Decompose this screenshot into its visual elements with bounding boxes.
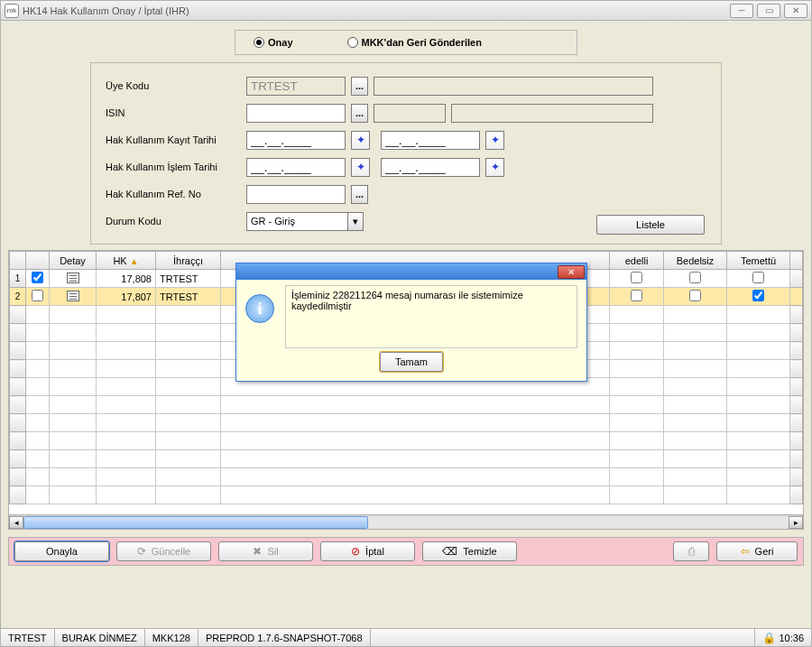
col-temettu[interactable]: Temettü [727,252,790,270]
temettu-cell[interactable] [727,288,790,306]
row-tail [790,270,803,288]
print-button[interactable]: ⎙ [673,541,709,561]
bedelli-cell[interactable] [610,288,664,306]
radio-mkk[interactable]: MKK'dan Geri Gönderilen [347,37,482,48]
calendar-icon[interactable]: ✦ [485,131,504,150]
col-hk[interactable]: HK ▲ [97,252,156,270]
radio-onay-label: Onay [268,37,293,48]
sil-button[interactable]: ✖ Sil [218,541,313,561]
col-bedelli[interactable]: edelli [610,252,664,270]
durum-kodu-label: Durum Kodu [106,216,241,226]
ihracci-cell: TRTEST [156,288,221,306]
row-tail [790,288,803,306]
durum-kodu-value: GR - Giriş [251,216,295,226]
col-ihracci[interactable]: İhraççı [156,252,221,270]
onayla-label: Onayla [46,546,78,557]
uye-kodu-label: Üye Kodu [106,80,241,91]
ref-no-field[interactable] [246,185,346,204]
printer-icon: ⎙ [688,545,695,558]
app-icon: mk [5,4,19,18]
bedelsiz-cell[interactable] [664,270,727,288]
detail-icon [67,291,79,301]
hk-cell: 17,808 [97,270,156,288]
row-select[interactable] [26,270,50,288]
dialog-ok-label: Tamam [395,356,428,367]
ref-no-lookup[interactable]: ... [351,185,368,204]
calendar-icon[interactable]: ✦ [351,158,370,177]
dialog-message: İşleminiz 228211264 mesaj numarası ile s… [285,285,577,348]
uye-kodu-lookup[interactable]: ... [351,77,368,96]
scroll-right-icon[interactable]: ▸ [789,516,803,529]
isin-lookup[interactable]: ... [351,104,368,123]
kayit-tarihi-label: Hak Kullanım Kayıt Tarihi [106,134,241,145]
dialog-ok-button[interactable]: Tamam [380,352,443,372]
table-row [10,396,803,414]
filter-form: Üye Kodu ... ISIN ... Hak Kullanım Kayıt… [90,62,722,245]
isin-field[interactable] [246,104,346,123]
radio-dot [254,37,264,48]
row-select[interactable] [26,288,50,306]
table-row [10,486,803,504]
geri-button[interactable]: ⇦ Geri [716,541,798,561]
scroll-thumb[interactable] [23,516,368,529]
bedelsiz-cell[interactable] [664,288,727,306]
islem-tarihi-from[interactable] [246,158,346,177]
listele-button[interactable]: Listele [596,215,705,235]
cancel-icon: ⊘ [351,545,360,558]
radio-onay[interactable]: Onay [254,37,293,48]
refresh-icon: ⟳ [137,545,146,558]
guncelle-button[interactable]: ⟳ Güncelle [116,541,211,561]
close-button[interactable]: ✕ [784,4,807,18]
info-icon: i [245,294,274,323]
info-dialog: ✕ i İşleminiz 228211264 mesaj numarası i… [235,263,587,382]
kayit-tarihi-to[interactable] [381,131,480,150]
col-detay[interactable]: Detay [50,252,97,270]
islem-tarihi-to[interactable] [381,158,480,177]
radio-dot [347,37,358,48]
minimize-button[interactable]: ─ [730,4,753,18]
dialog-titlebar[interactable]: ✕ [236,263,586,280]
corner-cell [10,252,26,270]
row-index: 2 [10,288,26,306]
ihracci-cell: TRTEST [156,270,221,288]
detay-cell[interactable] [50,288,97,306]
sil-label: Sil [267,546,278,557]
bedelli-cell[interactable] [610,270,664,288]
scroll-track[interactable] [23,516,789,529]
sort-up-icon: ▲ [130,256,139,266]
iptal-label: İptal [365,546,384,557]
calendar-icon[interactable]: ✦ [351,131,370,150]
scroll-col [790,252,803,270]
durum-kodu-combo[interactable]: GR - Giriş ▾ [246,212,364,231]
islem-tarihi-label: Hak Kullanım İşlem Tarihi [106,162,241,172]
status-user: BURAK DİNMEZ [55,629,145,646]
kayit-tarihi-from[interactable] [246,131,346,150]
horizontal-scrollbar[interactable]: ◂ ▸ [9,514,803,529]
onayla-button[interactable]: Onayla [14,541,109,561]
chevron-down-icon[interactable]: ▾ [347,213,363,230]
detay-cell[interactable] [50,270,97,288]
uye-kodu-desc [374,77,653,96]
isin-label: ISIN [106,107,241,118]
table-row [10,450,803,468]
scroll-left-icon[interactable]: ◂ [9,516,23,529]
temettu-cell[interactable] [727,270,790,288]
col-bedelsiz[interactable]: Bedelsiz [664,252,727,270]
table-row [10,414,803,432]
delete-icon: ✖ [253,545,262,558]
maximize-button[interactable]: ▭ [757,4,780,18]
back-icon: ⇦ [741,545,750,558]
temizle-button[interactable]: ⌫ Temizle [422,541,517,561]
action-bar: Onayla ⟳ Güncelle ✖ Sil ⊘ İptal ⌫ Temizl… [8,537,804,566]
window-title: HK14 Hak Kullanım Onay / İptal (IHR) [23,5,730,16]
isin-desc1 [374,104,446,123]
table-row [10,468,803,486]
col-select[interactable] [26,252,50,270]
guncelle-label: Güncelle [152,546,190,557]
uye-kodu-field[interactable] [246,77,346,96]
iptal-button[interactable]: ⊘ İptal [320,541,415,561]
status-terminal: MKK128 [145,629,198,646]
radio-mkk-label: MKK'dan Geri Gönderilen [362,37,482,48]
dialog-close-button[interactable]: ✕ [558,265,585,279]
calendar-icon[interactable]: ✦ [485,158,504,177]
